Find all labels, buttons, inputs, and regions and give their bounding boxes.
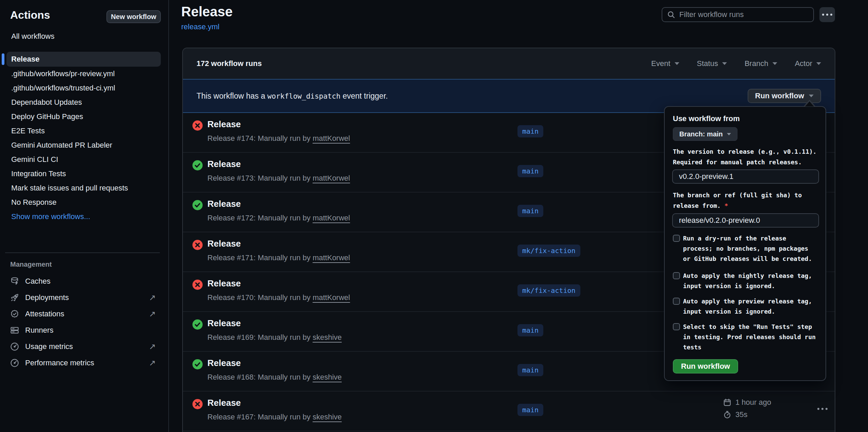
actor-link[interactable]: mattKorwel [312,174,350,182]
run-status-icon [192,200,203,210]
run-time: 1 hour ago [735,398,771,407]
filter-workflow-runs-input[interactable] [679,10,809,19]
branch-badge[interactable]: main [517,125,543,137]
sidebar-item-performance-metrics[interactable]: Performance metrics ↗ [10,355,160,371]
sidebar-item-pr-review[interactable]: .github/workflows/pr-review.yml [6,67,161,81]
run-status-icon [192,280,203,290]
branch-badge[interactable]: main [517,165,543,177]
run-title-link[interactable]: Release [207,159,241,169]
ref-input[interactable] [672,213,819,228]
filter-status-dropdown[interactable]: Status [697,59,727,68]
run-description: Release #171: Manually run by mattKorwel [207,253,350,262]
run-title-link[interactable]: Release [207,238,241,249]
sidebar-item-all-workflows[interactable]: All workflows [11,32,54,41]
panel-title: Use workflow from [673,114,740,123]
run-workflow-submit-button[interactable]: Run workflow [673,359,738,373]
run-status-icon [192,359,203,369]
dry-run-checkbox-label: Run a dry-run of the release process; no… [683,233,812,264]
run-options-kebab-button[interactable] [817,408,828,410]
filter-branch-dropdown[interactable]: Branch [745,59,777,68]
sidebar-title: Actions [10,9,50,21]
run-status-icon [192,120,203,131]
run-title-link[interactable]: Release [207,199,241,209]
filter-event-dropdown[interactable]: Event [651,59,679,68]
actor-link[interactable]: skeshive [312,373,342,381]
required-asterisk: * [725,202,728,209]
sidebar-item-gemini-cli-ci[interactable]: Gemini CLI CI [6,152,161,167]
run-meta: 1 hour ago 35s [723,396,771,421]
actor-link[interactable]: mattKorwel [312,214,350,222]
actions-page: Actions New workflow All workflows Relea… [0,0,868,432]
sidebar-item-no-response[interactable]: No Response [6,195,161,210]
version-input[interactable] [672,169,819,184]
branch-badge[interactable]: main [517,205,543,217]
run-title-link[interactable]: Release [207,278,241,289]
actor-link[interactable]: mattKorwel [312,293,350,302]
workflow-list: Release .github/workflows/pr-review.yml … [6,52,161,224]
meter-icon [10,342,19,351]
branch-badge[interactable]: mk/fix-action [517,245,580,257]
sidebar-item-trusted-ci[interactable]: .github/workflows/trusted-ci.yml [6,81,161,95]
sidebar-item-integration-tests[interactable]: Integration Tests [6,167,161,181]
sidebar-item-label: Performance metrics [25,359,94,367]
page-title: Release [181,4,233,19]
run-title-link[interactable]: Release [207,318,241,329]
workflow-file-link[interactable]: release.yml [181,22,219,31]
verified-icon [10,310,19,318]
sidebar-divider [5,252,160,253]
sidebar-item-attestations[interactable]: Attestations ↗ [10,306,160,322]
runs-count: 172 workflow runs [197,59,262,68]
sidebar-item-label: Attestations [25,310,64,318]
preview-tag-checkbox[interactable] [673,298,680,305]
branch-badge[interactable]: main [517,404,543,416]
run-title-link[interactable]: Release [207,398,241,408]
sidebar-item-caches[interactable]: Caches [10,273,160,289]
dry-run-checkbox[interactable] [673,235,680,242]
sidebar-item-release[interactable]: Release [6,52,161,67]
check-circle-icon [192,319,203,330]
filter-actor-dropdown[interactable]: Actor [795,59,821,68]
check-circle-icon [192,200,203,210]
external-link-arrow: ↗ [149,309,156,319]
external-link-arrow: ↗ [149,342,156,351]
sidebar-item-e2e-tests[interactable]: E2E Tests [6,124,161,138]
branch-badge[interactable]: main [517,324,543,336]
run-description: Release #169: Manually run by skeshive [207,333,342,342]
workflow-options-kebab-button[interactable] [819,7,835,22]
run-title-link[interactable]: Release [207,358,241,368]
preview-tag-checkbox-label: Auto apply the preview release tag, inpu… [683,296,812,317]
sidebar-item-deploy-github-pages[interactable]: Deploy GitHub Pages [6,110,161,124]
run-description: Release #167: Manually run by skeshive [207,413,342,421]
run-description: Release #170: Manually run by mattKorwel [207,293,350,302]
run-workflow-dispatch-panel: Use workflow from Branch: main The versi… [664,106,826,381]
branch-select-button[interactable]: Branch: main [673,127,737,141]
actions-sidebar: Actions New workflow All workflows Relea… [0,0,169,432]
external-link-arrow: ↗ [149,293,156,302]
sidebar-item-usage-metrics[interactable]: Usage metrics ↗ [10,338,160,355]
show-more-workflows-link[interactable]: Show more workflows... [6,210,161,224]
search-icon [667,11,675,19]
workflow-dispatch-code: workflow_dispatch [267,92,340,100]
new-workflow-button[interactable]: New workflow [106,10,161,23]
run-status-icon [192,319,203,330]
chevron-down-icon [722,62,727,65]
run-status-icon [192,160,203,170]
selected-item-indicator [2,53,4,65]
actor-link[interactable]: mattKorwel [312,253,350,262]
actor-link[interactable]: skeshive [312,333,342,342]
sidebar-item-gemini-pr-labeler[interactable]: Gemini Automated PR Labeler [6,138,161,152]
sidebar-item-deployments[interactable]: Deployments ↗ [10,289,160,306]
branch-badge[interactable]: main [517,364,543,376]
run-title-link[interactable]: Release [207,119,241,130]
workflow-run-row[interactable]: Release Release #167: Manually run by sk… [183,392,835,431]
actor-link[interactable]: skeshive [312,413,342,421]
branch-badge[interactable]: mk/fix-action [517,284,580,297]
sidebar-item-dependabot-updates[interactable]: Dependabot Updates [6,95,161,110]
skip-tests-checkbox[interactable] [673,323,680,330]
nightly-tag-checkbox[interactable] [673,272,680,279]
actor-link[interactable]: mattKorwel [312,134,350,143]
sidebar-item-mark-stale[interactable]: Mark stale issues and pull requests [6,181,161,195]
sidebar-item-runners[interactable]: Runners [10,322,160,338]
meter-icon [10,359,19,367]
sidebar-item-label: Usage metrics [25,342,73,351]
